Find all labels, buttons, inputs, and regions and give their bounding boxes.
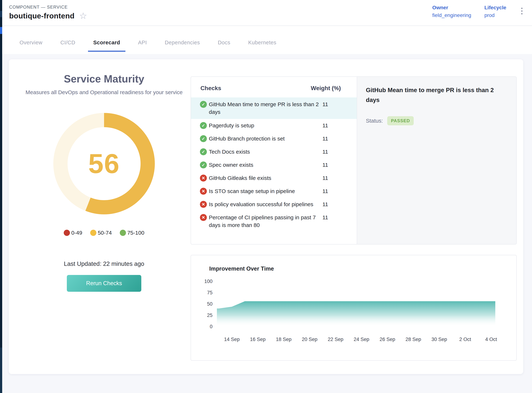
tab-kubernetes[interactable]: Kubernetes — [243, 39, 282, 54]
checks-list-header: Checks Weight (%) — [191, 77, 357, 98]
x-tick-label: 20 Sep — [302, 337, 318, 342]
x-tick-label: 2 Oct — [459, 337, 471, 342]
entity-heading: COMPONENT — SERVICE boutique-frontend ☆ — [2, 0, 87, 25]
sidebar-logo-icon — [0, 11, 2, 17]
check-passed-icon: ✓ — [200, 135, 207, 142]
check-label: Percentage of CI pipelines passing in pa… — [209, 214, 326, 229]
tab-overview[interactable]: Overview — [14, 39, 48, 54]
check-status-row: Status: PASSED — [366, 116, 506, 125]
x-tick-label: 14 Sep — [224, 337, 240, 342]
owner-value[interactable]: field_engineering — [432, 12, 471, 18]
check-weight: 11 — [322, 148, 328, 156]
favorite-star-icon[interactable]: ☆ — [79, 11, 87, 20]
check-failed-icon: ✕ — [200, 201, 207, 208]
rerun-checks-button[interactable]: Rerun Checks — [67, 275, 141, 292]
score-value: 56 — [88, 148, 120, 180]
check-weight: 11 — [322, 135, 328, 142]
legend-label: 0-49 — [71, 230, 82, 236]
checks-header-label: Checks — [200, 85, 221, 91]
legend-item-75-100: 75-100 — [120, 230, 144, 236]
scorecard-title: Service Maturity — [64, 73, 144, 85]
owner-field[interactable]: Owner field_engineering — [432, 5, 471, 18]
status-label: Status: — [366, 118, 383, 124]
entity-meta: Owner field_engineering Lifecycle prod — [432, 0, 532, 25]
check-label: GitHub Gitleaks file exists — [209, 174, 326, 182]
check-row[interactable]: ✕Is STO scan stage setup in pipeline11 — [191, 185, 357, 198]
check-row[interactable]: ✕Is policy evaluation successful for pip… — [191, 198, 357, 211]
status-badge: PASSED — [387, 116, 413, 125]
check-label: GitHub Mean time to merge PR is less tha… — [209, 101, 326, 116]
scorecard-page-card: Service Maturity Measures all DevOps and… — [9, 59, 523, 374]
check-row[interactable]: ✕Percentage of CI pipelines passing in p… — [191, 211, 357, 232]
improvement-area-chart: 100755025014 Sep16 Sep18 Sep20 Sep22 Sep… — [195, 275, 510, 356]
check-weight: 11 — [322, 187, 328, 195]
improvement-chart-card: Improvement Over Time 100755025014 Sep16… — [191, 255, 517, 361]
x-tick-label: 22 Sep — [328, 337, 343, 342]
x-tick-label: 18 Sep — [276, 337, 292, 342]
kebab-menu-icon[interactable] — [519, 7, 524, 15]
check-weight: 11 — [322, 101, 328, 108]
entity-name-row: boutique-frontend ☆ — [9, 11, 87, 20]
tab-docs[interactable]: Docs — [213, 39, 235, 54]
check-rows: ✓GitHub Mean time to merge PR is less th… — [191, 98, 357, 232]
owner-label: Owner — [432, 5, 471, 10]
check-weight: 11 — [322, 161, 328, 169]
x-tick-label: 16 Sep — [250, 337, 266, 342]
check-passed-icon: ✓ — [200, 122, 207, 129]
check-label: Is policy evaluation successful for pipe… — [209, 201, 326, 208]
check-row[interactable]: ✓Pagerduty is setup11 — [191, 119, 357, 132]
sidebar-active-indicator — [0, 27, 2, 34]
tab-dependencies[interactable]: Dependencies — [159, 39, 205, 54]
maturity-summary: Service Maturity Measures all DevOps and… — [22, 73, 186, 292]
check-weight: 11 — [322, 122, 328, 129]
check-label: Spec owner exists — [209, 161, 326, 169]
tab-api[interactable]: API — [133, 39, 152, 54]
check-weight: 11 — [322, 174, 328, 182]
check-row[interactable]: ✓GitHub Mean time to merge PR is less th… — [191, 98, 357, 119]
check-weight: 11 — [322, 214, 328, 221]
tab-scorecard[interactable]: Scorecard — [88, 39, 125, 54]
legend-label: 50-74 — [98, 230, 112, 236]
legend-dot — [120, 230, 126, 236]
y-tick-label: 50 — [207, 301, 213, 307]
checks-list: Checks Weight (%) ✓GitHub Mean time to m… — [191, 77, 357, 244]
check-row[interactable]: ✓Spec owner exists11 — [191, 158, 357, 172]
score-gauge: 56 — [53, 113, 155, 214]
y-tick-label: 25 — [207, 313, 213, 318]
score-legend: 0-4950-7475-100 — [64, 230, 144, 236]
score-gauge-inner: 56 — [68, 127, 141, 200]
x-tick-label: 26 Sep — [380, 337, 395, 342]
check-passed-icon: ✓ — [200, 101, 207, 108]
legend-label: 75-100 — [127, 230, 144, 236]
check-failed-icon: ✕ — [200, 214, 207, 221]
check-row[interactable]: ✓GitHub Branch protection is set11 — [191, 132, 357, 145]
y-tick-label: 100 — [204, 279, 213, 284]
check-label: Pagerduty is setup — [209, 122, 326, 129]
scorecard-subtitle: Measures all DevOps and Operational read… — [25, 88, 183, 97]
check-detail-title: GitHub Mean time to merge PR is less tha… — [366, 85, 497, 105]
check-weight: 11 — [322, 201, 328, 208]
tab-ci-cd[interactable]: CI/CD — [55, 39, 81, 54]
check-row[interactable]: ✕GitHub Gitleaks file exists11 — [191, 172, 357, 185]
y-tick-label: 75 — [207, 290, 213, 295]
check-detail-panel: GitHub Mean time to merge PR is less tha… — [357, 77, 516, 244]
x-tick-label: 28 Sep — [405, 337, 421, 342]
check-passed-icon: ✓ — [200, 162, 207, 168]
x-tick-label: 30 Sep — [431, 337, 447, 342]
lifecycle-value: prod — [484, 12, 506, 18]
y-tick-label: 0 — [210, 324, 213, 329]
check-failed-icon: ✕ — [200, 188, 207, 195]
legend-item-0-49: 0-49 — [64, 230, 82, 236]
check-label: GitHub Branch protection is set — [209, 135, 326, 142]
tab-bar: OverviewCI/CDScorecardAPIDependenciesDoc… — [2, 26, 532, 54]
legend-dot — [64, 230, 70, 236]
checks-panel: Checks Weight (%) ✓GitHub Mean time to m… — [191, 76, 517, 245]
page-title: boutique-frontend — [9, 12, 75, 20]
check-label: Is STO scan stage setup in pipeline — [209, 187, 326, 195]
lifecycle-field[interactable]: Lifecycle prod — [484, 5, 506, 18]
check-row[interactable]: ✓Tech Docs exists11 — [191, 145, 357, 158]
collapsed-sidebar[interactable] — [0, 0, 2, 393]
page-header: COMPONENT — SERVICE boutique-frontend ☆ … — [2, 0, 532, 26]
lifecycle-label: Lifecycle — [484, 5, 506, 10]
breadcrumb: COMPONENT — SERVICE — [9, 5, 87, 10]
